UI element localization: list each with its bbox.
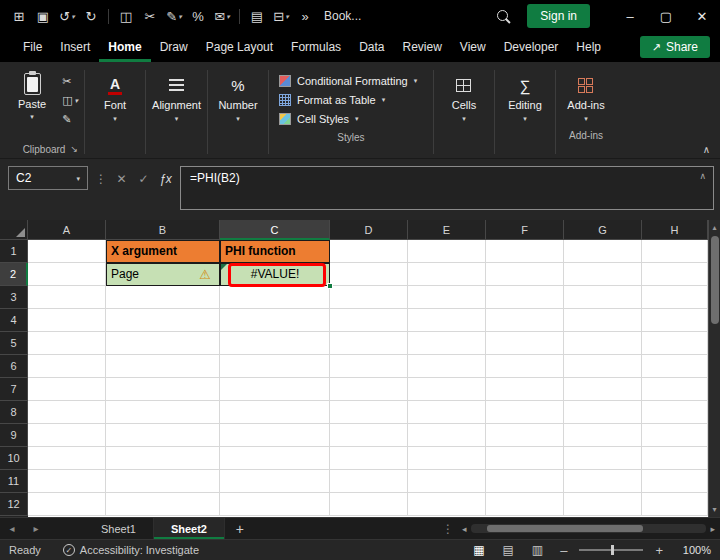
cell-H9[interactable] [642,424,708,447]
tab-insert[interactable]: Insert [51,32,99,62]
more-commands-icon[interactable]: » [294,4,316,28]
cell-G6[interactable] [564,355,642,378]
collapse-formula-bar-icon[interactable]: ∧ [699,171,706,181]
cell-H3[interactable] [642,286,708,309]
tab-draw[interactable]: Draw [151,32,197,62]
cell-D1[interactable] [330,240,408,263]
cell-C10[interactable] [220,447,330,470]
cell-F11[interactable] [486,470,564,493]
row-header-8[interactable]: 8 [0,401,28,424]
cell-G7[interactable] [564,378,642,401]
row-header-2[interactable]: 2 [0,263,28,286]
cell-E1[interactable] [408,240,486,263]
scroll-right-icon[interactable]: ▸ [710,524,715,534]
cell-C11[interactable] [220,470,330,493]
row-header-1[interactable]: 1 [0,240,28,263]
workbook-name[interactable]: Book... [324,9,361,23]
cut-button[interactable]: ✂ [62,75,78,88]
tab-formulas[interactable]: Formulas [282,32,350,62]
format-painter-button[interactable]: ✎ [62,113,78,126]
maximize-button[interactable]: ▢ [648,0,684,32]
sign-in-button[interactable]: Sign in [527,4,590,28]
tab-page-layout[interactable]: Page Layout [197,32,282,62]
cell-C4[interactable] [220,309,330,332]
cell-F12[interactable] [486,493,564,516]
column-header-G[interactable]: G [564,220,642,240]
cell-D11[interactable] [330,470,408,493]
format-painter-icon[interactable]: ✎▾ [163,4,185,28]
cell-G12[interactable] [564,493,642,516]
row-header-11[interactable]: 11 [0,470,28,493]
previous-sheet-icon[interactable]: ◂ [0,518,24,539]
name-box[interactable]: C2 ▾ [8,166,88,190]
cell-G10[interactable] [564,447,642,470]
cell-D6[interactable] [330,355,408,378]
cell-B9[interactable] [106,424,220,447]
print-icon[interactable]: ▤ [246,4,268,28]
cell-A4[interactable] [28,309,106,332]
save-icon[interactable]: ▣ [32,4,54,28]
formula-bar-handle[interactable]: ⋮ [95,172,107,186]
horizontal-scroll-thumb[interactable] [487,525,643,532]
cell-G11[interactable] [564,470,642,493]
cell-E2[interactable] [408,263,486,286]
cell-C5[interactable] [220,332,330,355]
cell-E3[interactable] [408,286,486,309]
page-layout-view-button[interactable]: ▤ [497,543,518,557]
cell-B1[interactable]: X argument [106,240,220,263]
cell-B12[interactable] [106,493,220,516]
number-format-icon[interactable]: % [187,4,209,28]
copy-icon[interactable]: ◫ [115,4,137,28]
horizontal-scrollbar[interactable]: ◂ ▸ [462,518,720,539]
accessibility-checker-button[interactable]: ✓ Accessibility: Investigate [63,544,199,556]
zoom-slider[interactable] [579,549,643,551]
cancel-icon[interactable]: ✕ [114,172,129,186]
cell-D12[interactable] [330,493,408,516]
column-header-E[interactable]: E [408,220,486,240]
cell-C1[interactable]: PHI function [220,240,330,263]
row-header-5[interactable]: 5 [0,332,28,355]
vertical-scrollbar[interactable]: ▴ ▾ [708,220,720,517]
cell-B7[interactable] [106,378,220,401]
cell-A10[interactable] [28,447,106,470]
cell-C9[interactable] [220,424,330,447]
cell-G1[interactable] [564,240,642,263]
conditional-formatting-button[interactable]: Conditional Formatting ▾ [275,71,427,90]
column-header-A[interactable]: A [28,220,106,240]
cells-group-button[interactable]: Cells ▾ [436,66,492,158]
cell-G4[interactable] [564,309,642,332]
cell-F2[interactable] [486,263,564,286]
cell-B4[interactable] [106,309,220,332]
cell-E10[interactable] [408,447,486,470]
row-header-12[interactable]: 12 [0,493,28,516]
cell-A7[interactable] [28,378,106,401]
cell-C7[interactable] [220,378,330,401]
cell-E11[interactable] [408,470,486,493]
table-icon[interactable]: ⊟▾ [270,4,292,28]
cell-B8[interactable] [106,401,220,424]
cell-C12[interactable] [220,493,330,516]
comment-icon[interactable]: ✉▾ [211,4,233,28]
cell-A9[interactable] [28,424,106,447]
cell-G5[interactable] [564,332,642,355]
next-sheet-icon[interactable]: ▸ [24,518,48,539]
cell-E8[interactable] [408,401,486,424]
cell-H8[interactable] [642,401,708,424]
cell-C6[interactable] [220,355,330,378]
collapse-ribbon-button[interactable]: ∧ [703,144,710,155]
row-header-3[interactable]: 3 [0,286,28,309]
cell-B6[interactable] [106,355,220,378]
undo-icon[interactable]: ↺▾ [56,4,78,28]
cell-F7[interactable] [486,378,564,401]
cell-D9[interactable] [330,424,408,447]
cell-F1[interactable] [486,240,564,263]
cell-F10[interactable] [486,447,564,470]
dialog-launcher-icon[interactable]: ↘ [71,144,79,154]
column-header-D[interactable]: D [330,220,408,240]
close-button[interactable]: ✕ [684,0,720,32]
tab-review[interactable]: Review [393,32,450,62]
cell-G2[interactable] [564,263,642,286]
cell-C2[interactable]: #VALUE! [220,263,330,286]
copy-button[interactable]: ◫▾ [62,94,78,107]
row-header-4[interactable]: 4 [0,309,28,332]
